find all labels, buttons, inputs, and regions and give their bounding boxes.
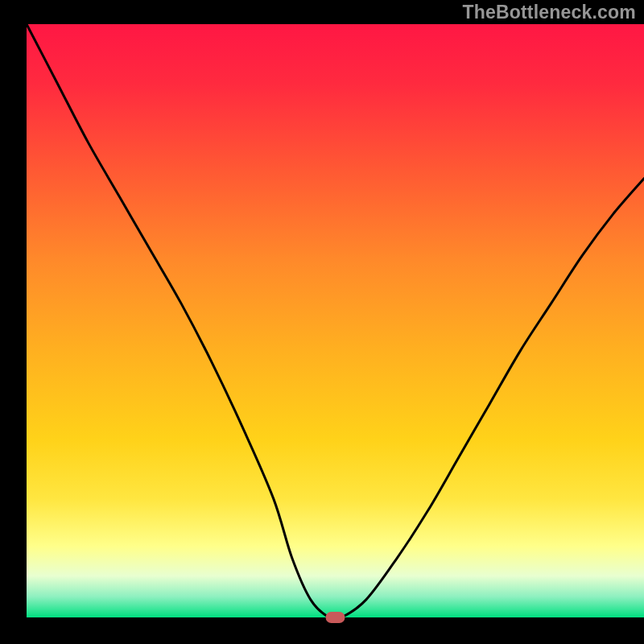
plot-background [27, 24, 644, 617]
attribution-text: TheBottleneck.com [462, 2, 636, 23]
optimum-marker [326, 612, 345, 623]
bottleneck-chart [0, 0, 644, 644]
chart-frame: { "attribution": "TheBottleneck.com", "c… [0, 0, 644, 644]
